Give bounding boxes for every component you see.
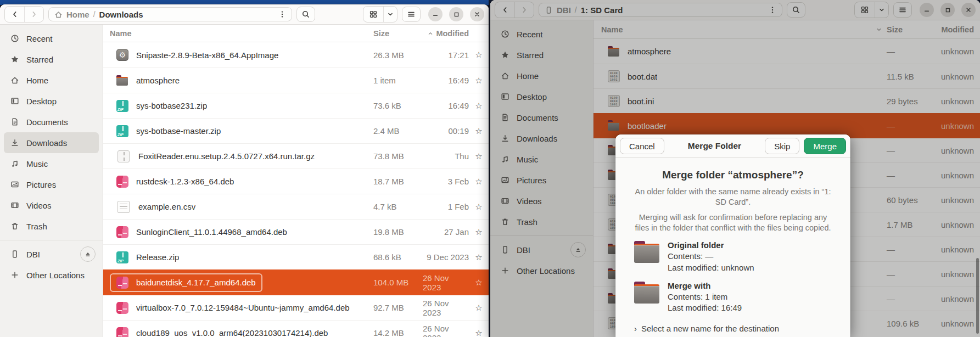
deb-file-icon (116, 176, 128, 188)
file-row-rustdesk-1-2-3-x86-64-deb[interactable]: rustdesk-1.2.3-x86_64.deb18.7 MB3 Feb☆ (103, 168, 489, 194)
file-name: baidunetdisk_4.17.7_amd64.deb (136, 278, 256, 287)
sidebar-item-label: Pictures (26, 180, 56, 189)
eject-button[interactable] (80, 246, 96, 262)
file-size: 73.6 kB (373, 101, 423, 110)
column-size[interactable]: Size (373, 29, 423, 38)
file-name-cell: ⚙Snipaste-2.8.9-Beta-x86_64.AppImage (110, 46, 285, 64)
file-size: 4.7 kB (373, 202, 423, 211)
sidebar-item-starred[interactable]: Starred (4, 49, 99, 70)
sidebar-item-videos[interactable]: Videos (4, 195, 99, 216)
folder-icon (634, 282, 659, 304)
column-headers: Name Size Modified (103, 25, 489, 42)
original-folder-title: Original folder (668, 240, 754, 251)
sidebar-item-pictures[interactable]: Pictures (4, 174, 99, 195)
sidebar-item-label: Recent (26, 34, 53, 43)
menu-button[interactable] (402, 7, 421, 22)
clock-icon (10, 34, 19, 43)
file-row-foxitreader-enu-setup-2-4-5-0727-x64-run[interactable]: FoxitReader.enu.setup.2.4.5.0727.x64.run… (103, 143, 489, 168)
column-modified[interactable]: Modified (423, 29, 469, 38)
file-row-sys-botbase231-zip[interactable]: ZiPsys-botbase231.zip73.6 kB16:49☆ (103, 93, 489, 118)
breadcrumb-root[interactable]: Home (66, 10, 89, 19)
search-button[interactable] (296, 7, 315, 22)
file-name: virtualbox-7.0_7.0.12-159484~Ubuntu~jamm… (136, 303, 350, 312)
sidebar-item-label: Trash (26, 222, 47, 231)
sidebar-item-home[interactable]: Home (4, 70, 99, 91)
sidebar-item-trash[interactable]: Trash (4, 216, 99, 237)
star-icon[interactable]: ☆ (475, 126, 482, 136)
rename-expander-label: Select a new name for the destination (641, 324, 779, 333)
file-row-atmosphere[interactable]: atmosphere1 item16:49☆ (103, 68, 489, 93)
file-size: 26.3 MB (373, 50, 423, 60)
file-size: 1 item (373, 76, 423, 85)
star-icon[interactable]: ☆ (475, 227, 482, 237)
file-row-snipaste-2-8-9-beta-x86-64-appimage[interactable]: ⚙Snipaste-2.8.9-Beta-x86_64.AppImage26.3… (103, 42, 489, 68)
deb-file-icon (116, 327, 128, 337)
star-icon[interactable]: ☆ (475, 252, 482, 262)
sidebar-downloads: RecentStarredHomeDesktopDocumentsDownloa… (0, 25, 103, 337)
merge-with-title: Merge with (668, 280, 742, 291)
file-name: Snipaste-2.8.9-Beta-x86_64.AppImage (136, 50, 278, 60)
file-size: 92.7 MB (373, 303, 423, 312)
rename-expander[interactable]: › Select a new name for the destination (634, 324, 836, 333)
maximize-button[interactable] (449, 7, 463, 21)
sidebar-item-downloads[interactable]: Downloads (4, 132, 99, 153)
column-name[interactable]: Name (103, 29, 373, 38)
path-menu-button[interactable] (275, 8, 289, 21)
cancel-button[interactable]: Cancel (620, 138, 664, 154)
star-icon[interactable]: ☆ (475, 177, 482, 186)
star-icon[interactable]: ☆ (475, 303, 482, 312)
star-icon[interactable]: ☆ (475, 328, 482, 337)
star-icon[interactable]: ☆ (475, 101, 482, 110)
breadcrumb-separator: / (93, 10, 96, 19)
file-size: 19.8 MB (373, 227, 423, 237)
star-icon[interactable]: ☆ (475, 151, 482, 161)
file-row-baidunetdisk-4-17-7-amd64-deb[interactable]: baidunetdisk_4.17.7_amd64.deb104.0 MB26 … (103, 269, 489, 295)
appimage-file-icon: ⚙ (116, 49, 128, 61)
phone-icon (10, 250, 19, 259)
back-button[interactable] (5, 7, 24, 22)
star-icon[interactable]: ☆ (475, 50, 482, 59)
forward-button[interactable] (24, 7, 43, 22)
file-row-sunloginclient-11-0-1-44968-amd64-deb[interactable]: SunloginClient_11.0.1.44968_amd64.deb19.… (103, 219, 489, 244)
grid-view-button[interactable] (363, 7, 383, 22)
file-row-virtualbox-7-0-7-0-12-159484-ubuntu-jamm[interactable]: virtualbox-7.0_7.0.12-159484~Ubuntu~jamm… (103, 295, 489, 320)
file-row-example-en-csv[interactable]: example.en.csv4.7 kB1 Feb☆ (103, 194, 489, 219)
sidebar-item-label: Documents (26, 117, 68, 127)
folder-icon (634, 241, 659, 263)
merge-button[interactable]: Merge (804, 138, 846, 154)
minimize-button[interactable] (428, 7, 443, 21)
deb-file-icon (116, 302, 128, 314)
merge-with-contents: Contents: 1 item (668, 291, 742, 302)
sidebar-item-documents[interactable]: Documents (4, 111, 99, 132)
star-icon[interactable]: ☆ (475, 278, 482, 287)
file-name-cell: virtualbox-7.0_7.0.12-159484~Ubuntu~jamm… (110, 299, 356, 317)
zip-file-icon: ZiP (116, 100, 128, 112)
sidebar-item-other-locations[interactable]: Other Locations (4, 265, 99, 285)
file-modified: 27 Jan (423, 227, 469, 237)
file-name-cell: ZiPRelease.zip (110, 248, 186, 267)
file-size: 14.2 MB (373, 328, 423, 337)
sidebar-item-label: Starred (26, 55, 53, 64)
file-name-cell: atmosphere (110, 71, 186, 90)
file-name: example.en.csv (138, 202, 195, 211)
star-icon[interactable]: ☆ (475, 202, 482, 211)
close-button[interactable] (470, 7, 484, 21)
file-row-cloud189-uos-v1-0-0-arm64-20231030174214[interactable]: cloud189_uos_v1.0.0_arm64(20231030174214… (103, 320, 489, 337)
desktop: Home / Downloads RecentStarredHomeDeskto… (0, 0, 980, 337)
home-icon (54, 10, 63, 19)
skip-button[interactable]: Skip (765, 138, 799, 154)
file-name-cell: example.en.csv (110, 198, 202, 216)
picture-icon (10, 180, 19, 189)
file-row-sys-botbase-master-zip[interactable]: ZiPsys-botbase-master.zip2.4 MB00:19☆ (103, 118, 489, 143)
sidebar-item-desktop[interactable]: Desktop (4, 91, 99, 111)
sidebar-item-music[interactable]: Music (4, 153, 99, 174)
sidebar-item-recent[interactable]: Recent (4, 28, 99, 49)
file-row-release-zip[interactable]: ZiPRelease.zip68.6 kB9 Dec 2023☆ (103, 244, 489, 269)
sidebar-item-dbi[interactable]: DBI (4, 244, 99, 265)
path-bar[interactable]: Home / Downloads (48, 7, 292, 21)
view-options-button[interactable] (383, 7, 397, 22)
breadcrumb-current[interactable]: Downloads (99, 10, 143, 19)
file-name-cell: cloud189_uos_v1.0.0_arm64(20231030174214… (110, 324, 334, 337)
chevron-right-icon: › (634, 324, 637, 333)
star-icon[interactable]: ☆ (475, 76, 482, 85)
